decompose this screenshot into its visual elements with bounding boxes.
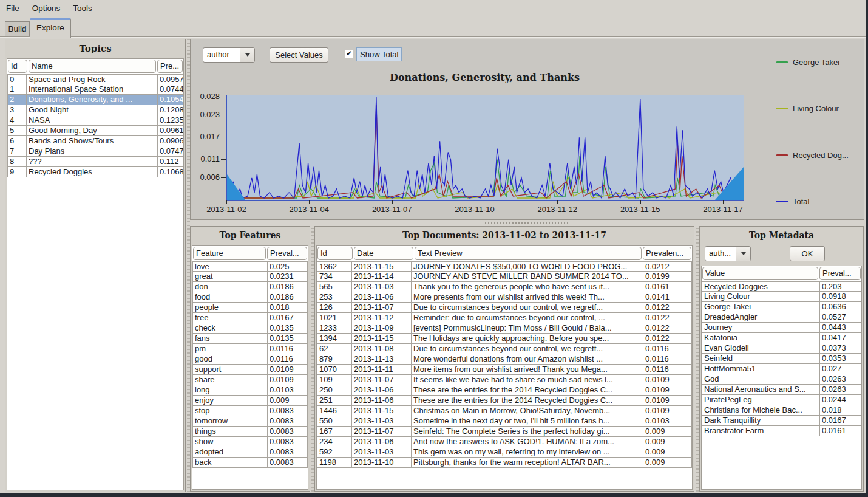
column-header[interactable]: Preval...	[819, 267, 861, 280]
table-row[interactable]: 12332013-11-09[events] PornmusicLineup: …	[317, 323, 692, 334]
table-row[interactable]: stop0.0083	[192, 406, 308, 416]
table-row[interactable]: 5Good Morning, Day0.0961	[7, 126, 183, 136]
table-row[interactable]: long0.0103	[192, 385, 308, 396]
column-header[interactable]: Text Preview	[415, 247, 642, 260]
table-row[interactable]: 5922013-11-03This gem was on my wall, re…	[317, 447, 692, 458]
table-row[interactable]: 1092013-11-07It seems like we have had t…	[317, 375, 692, 385]
table-row[interactable]: 2532013-11-06More presents from our wish…	[317, 292, 692, 303]
show-total-label[interactable]: Show Total	[356, 47, 402, 61]
table-row[interactable]: great0.0231	[192, 272, 308, 282]
table-row[interactable]: fans0.0135	[192, 334, 308, 344]
table-row[interactable]: DreadedAngler0.0527	[702, 312, 861, 323]
table-row[interactable]: 7Day Plans0.0747	[7, 146, 183, 157]
table-row[interactable]: Seinfeld0.0353	[702, 354, 861, 364]
table-row[interactable]: 1672013-11-07Seinfeld: The Complete Seri…	[317, 427, 692, 437]
table-row[interactable]: 13622013-11-15JOURNEY DONATES $350,000 T…	[317, 261, 692, 272]
table-row[interactable]: George Takei0.0636	[702, 302, 861, 312]
menu-tools[interactable]: Tools	[73, 2, 98, 15]
cell: [events] PornmusicLineup: Tim Moss / Bil…	[411, 323, 643, 334]
table-row[interactable]: God0.0263	[702, 374, 861, 385]
table-row[interactable]: Evan Glodell0.0373	[702, 343, 861, 354]
select-values-button[interactable]: Select Values	[270, 47, 328, 63]
chart-plot-area[interactable]	[226, 95, 744, 201]
table-row[interactable]: Christians for Michele Bac...0.018	[702, 405, 861, 416]
table-row[interactable]: 14462013-11-15Christmas on Main in Morro…	[317, 406, 692, 416]
chevron-down-icon[interactable]	[736, 247, 750, 261]
table-row[interactable]: food0.0186	[192, 292, 308, 303]
table-row[interactable]: good0.0116	[192, 354, 308, 365]
table-row[interactable]: 11982013-11-10Pittsburgh, thanks for the…	[317, 458, 692, 468]
metadata-field-dropdown[interactable]: author	[203, 47, 255, 63]
table-row[interactable]: Katatonia0.0417	[702, 333, 861, 343]
table-row[interactable]: show0.0083	[192, 437, 308, 447]
table-row[interactable]: 2512013-11-06These are the entries for t…	[317, 396, 692, 406]
tab-divider-highlight	[0, 37, 868, 38]
column-header[interactable]: Value	[702, 267, 818, 280]
column-header[interactable]: Pre...	[157, 60, 183, 73]
metadata-value-dropdown[interactable]: auth...	[705, 246, 751, 261]
column-header[interactable]: Feature	[193, 247, 266, 260]
table-row[interactable]: 9Recycled Doggies0.1068	[7, 167, 183, 177]
column-header[interactable]: Date	[354, 247, 413, 260]
table-row[interactable]: support0.0109	[192, 365, 308, 375]
x-tick-mark	[226, 200, 227, 204]
table-row[interactable]: 7342013-11-14JOURNEY AND STEVE MILLER BA…	[317, 272, 692, 282]
cell: National Aeronautics and S...	[702, 385, 820, 395]
table-row[interactable]: 10212013-11-12Reminder: due to circumsta…	[317, 313, 692, 323]
table-row[interactable]: Branstrator Farm0.0161	[702, 426, 861, 436]
table-row[interactable]: 10702013-11-11More items from our wishli…	[317, 365, 692, 375]
table-row[interactable]: back0.0083	[192, 458, 308, 468]
table-row[interactable]: 1International Space Station0.0744	[7, 84, 183, 95]
menu-options[interactable]: Options	[32, 2, 66, 15]
column-header[interactable]: Preval...	[267, 247, 307, 260]
table-row[interactable]: 2502013-11-06These are the entries for t…	[317, 385, 692, 396]
vertical-splitter-documents[interactable]	[696, 226, 699, 492]
table-row[interactable]: 2Donations, Generosity, and ...0.1054	[7, 95, 183, 105]
table-row[interactable]: adopted0.0083	[192, 447, 308, 458]
table-row[interactable]: 3Good Night0.1208	[7, 105, 183, 115]
table-row[interactable]: National Aeronautics and S...0.0263	[702, 385, 861, 395]
table-row[interactable]: things0.0083	[192, 427, 308, 437]
table-row[interactable]: 5502013-11-03Sometime in the next day or…	[317, 416, 692, 427]
table-row[interactable]: 0Space and Prog Rock0.0957	[7, 74, 183, 84]
table-row[interactable]: enjoy0.009	[192, 396, 308, 406]
horizontal-splitter[interactable]	[190, 221, 864, 225]
table-row[interactable]: 6Bands and Shows/Tours0.0906	[7, 136, 183, 146]
table-row[interactable]: 5652013-11-03Thank you to the generous p…	[317, 282, 692, 292]
table-row[interactable]: 8792013-11-13More wonderful donations fr…	[317, 354, 692, 365]
table-row[interactable]: 8???0.112	[7, 157, 183, 167]
menu-file[interactable]: File	[6, 2, 25, 15]
column-header[interactable]: Id	[317, 247, 353, 260]
table-row[interactable]: check0.0135	[192, 323, 308, 334]
table-row[interactable]: pm0.0116	[192, 344, 308, 354]
table-row[interactable]: 13942013-11-15The Holidays are quickly a…	[317, 334, 692, 344]
table-row[interactable]: people0.018	[192, 303, 308, 313]
tab-build[interactable]: Build	[5, 21, 30, 37]
column-header[interactable]: Id	[8, 60, 27, 73]
cell: Due to circumstances beyond our control,…	[411, 344, 643, 354]
chevron-down-icon[interactable]	[240, 48, 254, 62]
x-tick-label: 2013-11-17	[694, 205, 752, 214]
table-row[interactable]: Journey0.0443	[702, 323, 861, 333]
table-row[interactable]: HottMomma510.027	[702, 364, 861, 374]
table-row[interactable]: 4NASA0.1235	[7, 115, 183, 126]
table-row[interactable]: Recycled Doggies0.203	[702, 281, 861, 292]
column-header[interactable]: Prevalen...	[643, 247, 691, 260]
show-total-checkbox[interactable]: ✔	[345, 50, 353, 58]
table-row[interactable]: Living Colour0.0918	[702, 292, 861, 302]
table-row[interactable]: free0.0167	[192, 313, 308, 323]
table-row[interactable]: Dark Tranquillity0.0167	[702, 416, 861, 426]
table-row[interactable]: share0.0109	[192, 375, 308, 385]
table-row[interactable]: 1262013-11-07Due to circumstances beyond…	[317, 303, 692, 313]
column-header[interactable]: Name	[29, 60, 156, 73]
table-row[interactable]: 2342013-11-06And now the answers to ASK …	[317, 437, 692, 447]
table-row[interactable]: tomorrow0.0083	[192, 416, 308, 427]
cell: 0.0083	[267, 416, 308, 427]
ok-button[interactable]: OK	[790, 246, 825, 261]
table-row[interactable]: 622013-11-08Due to circumstances beyond …	[317, 344, 692, 354]
table-row[interactable]: PiratePegLeg0.0244	[702, 395, 861, 405]
table-row[interactable]: love0.025	[192, 261, 308, 272]
vertical-splitter-features[interactable]	[311, 226, 314, 492]
tab-explore[interactable]: Explore	[30, 18, 71, 38]
table-row[interactable]: don0.0186	[192, 282, 308, 292]
